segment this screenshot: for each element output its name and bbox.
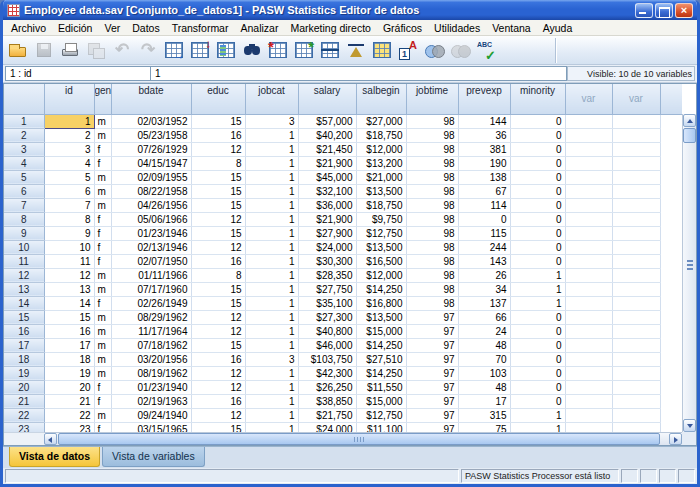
cell-var1[interactable] (565, 240, 612, 254)
cell-var2[interactable] (612, 240, 660, 254)
cell-salary[interactable]: $40,800 (298, 324, 356, 338)
cell-jobcat[interactable]: 1 (245, 408, 298, 422)
cell-gender[interactable]: f (94, 296, 111, 310)
cell-gender[interactable]: m (94, 114, 111, 128)
cell-var2[interactable] (612, 114, 660, 128)
cell-gender[interactable]: m (94, 366, 111, 380)
cell-jobtime[interactable]: 98 (406, 128, 458, 142)
cell-jobcat[interactable]: 1 (245, 282, 298, 296)
cell-jobcat[interactable]: 1 (245, 380, 298, 394)
cell-var1[interactable] (565, 198, 612, 212)
cell-var1[interactable] (565, 422, 612, 432)
cell-bdate[interactable]: 09/24/1940 (111, 408, 191, 422)
menu-ventana[interactable]: Ventana (486, 21, 537, 35)
select-cases-icon[interactable] (369, 38, 395, 63)
cell-educ[interactable]: 15 (191, 422, 245, 432)
cell-salbegin[interactable]: $16,500 (356, 254, 406, 268)
cell-jobcat[interactable]: 1 (245, 156, 298, 170)
cell-educ[interactable]: 16 (191, 352, 245, 366)
cell-prevexp[interactable]: 381 (458, 142, 510, 156)
cell-bdate[interactable]: 05/06/1966 (111, 212, 191, 226)
row-number[interactable]: 20 (4, 380, 44, 394)
cell-var2[interactable] (612, 366, 660, 380)
cell-gender[interactable]: m (94, 170, 111, 184)
cell-salbegin[interactable]: $12,000 (356, 268, 406, 282)
cell-jobtime[interactable]: 98 (406, 142, 458, 156)
close-button[interactable]: × (675, 3, 693, 18)
cell-bdate[interactable]: 02/09/1955 (111, 170, 191, 184)
scroll-right-button[interactable] (669, 433, 682, 445)
cell-bdate[interactable]: 11/17/1964 (111, 324, 191, 338)
cell-salary[interactable]: $40,200 (298, 128, 356, 142)
cell-salbegin[interactable]: $18,750 (356, 128, 406, 142)
tab-data-view[interactable]: Vista de datos (9, 447, 100, 467)
cell-minority[interactable]: 0 (510, 114, 565, 128)
insert-variable-icon[interactable] (291, 38, 317, 63)
cell-id[interactable]: 19 (44, 366, 94, 380)
cell-jobcat[interactable]: 1 (245, 142, 298, 156)
cell-var1[interactable] (565, 226, 612, 240)
menu-edici-n[interactable]: Edición (52, 21, 98, 35)
goto-case-icon[interactable] (161, 38, 187, 63)
cell-jobtime[interactable]: 97 (406, 380, 458, 394)
cell-salbegin[interactable]: $21,000 (356, 170, 406, 184)
cell-jobtime[interactable]: 97 (406, 338, 458, 352)
column-header-prevexp[interactable]: prevexp (458, 84, 510, 114)
goto-variable-icon[interactable] (187, 38, 213, 63)
cell-prevexp[interactable]: 48 (458, 338, 510, 352)
row-number[interactable]: 21 (4, 394, 44, 408)
selected-cell[interactable]: 1 (44, 114, 94, 128)
cell-prevexp[interactable]: 115 (458, 226, 510, 240)
row-number[interactable]: 13 (4, 282, 44, 296)
cell-bdate[interactable]: 07/18/1962 (111, 338, 191, 352)
scroll-left-button[interactable] (44, 433, 57, 445)
cell-var1[interactable] (565, 212, 612, 226)
cell-jobtime[interactable]: 98 (406, 212, 458, 226)
cell-var1[interactable] (565, 142, 612, 156)
cell-prevexp[interactable]: 36 (458, 128, 510, 142)
cell-salbegin[interactable]: $13,500 (356, 310, 406, 324)
cell-var1[interactable] (565, 156, 612, 170)
cell-prevexp[interactable]: 138 (458, 170, 510, 184)
cell-gender[interactable]: f (94, 380, 111, 394)
cell-gender[interactable]: f (94, 422, 111, 432)
cell-educ[interactable]: 8 (191, 156, 245, 170)
cell-minority[interactable]: 0 (510, 310, 565, 324)
menu-analizar[interactable]: Analizar (234, 21, 284, 35)
cell-var2[interactable] (612, 338, 660, 352)
cell-id[interactable]: 2 (44, 128, 94, 142)
cell-minority[interactable]: 0 (510, 226, 565, 240)
cell-minority[interactable]: 0 (510, 324, 565, 338)
cell-salbegin[interactable]: $13,200 (356, 156, 406, 170)
cell-var1[interactable] (565, 394, 612, 408)
cell-id[interactable]: 11 (44, 254, 94, 268)
cell-educ[interactable]: 15 (191, 338, 245, 352)
cell-var2[interactable] (612, 226, 660, 240)
open-data-icon[interactable] (5, 38, 31, 63)
cell-editor-input[interactable]: 1 (151, 66, 567, 81)
cell-gender[interactable]: m (94, 310, 111, 324)
cell-jobtime[interactable]: 97 (406, 366, 458, 380)
menu-gr-ficos[interactable]: Gráficos (377, 21, 428, 35)
cell-jobtime[interactable]: 98 (406, 114, 458, 128)
cell-bdate[interactable]: 01/23/1940 (111, 380, 191, 394)
row-number[interactable]: 23 (4, 422, 44, 432)
cell-var1[interactable] (565, 170, 612, 184)
vertical-pane-splitter[interactable] (687, 260, 693, 271)
cell-prevexp[interactable]: 114 (458, 198, 510, 212)
cell-bdate[interactable]: 01/23/1946 (111, 226, 191, 240)
cell-var2[interactable] (612, 324, 660, 338)
cell-var1[interactable] (565, 114, 612, 128)
column-header-jobcat[interactable]: jobcat (245, 84, 298, 114)
row-number[interactable]: 16 (4, 324, 44, 338)
cell-salary[interactable]: $103,750 (298, 352, 356, 366)
cell-var1[interactable] (565, 408, 612, 422)
cell-salbegin[interactable]: $15,000 (356, 394, 406, 408)
cell-jobcat[interactable]: 1 (245, 184, 298, 198)
cell-id[interactable]: 6 (44, 184, 94, 198)
menu-ver[interactable]: Ver (98, 21, 126, 35)
cell-educ[interactable]: 15 (191, 184, 245, 198)
cell-minority[interactable]: 0 (510, 156, 565, 170)
row-number[interactable]: 7 (4, 198, 44, 212)
row-number[interactable]: 5 (4, 170, 44, 184)
